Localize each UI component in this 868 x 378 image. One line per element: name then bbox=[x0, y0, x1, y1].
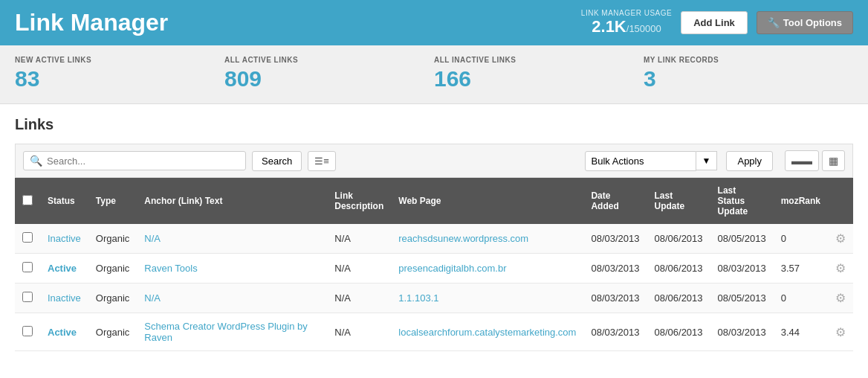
web-page-link[interactable]: localsearchforum.catalystemarketing.com bbox=[398, 327, 576, 338]
row-checkbox-cell bbox=[15, 224, 40, 254]
filter-button[interactable]: ☰≡ bbox=[308, 151, 336, 171]
list-view-icon: ▬▬ bbox=[791, 155, 812, 167]
view-icons: ▬▬ ▦ bbox=[785, 150, 845, 171]
wrench-icon: 🔧 bbox=[768, 17, 780, 28]
status-badge: Inactive bbox=[48, 233, 81, 244]
select-all-checkbox[interactable] bbox=[22, 195, 33, 205]
header: Link Manager LINK MANAGER USAGE 2.1K/150… bbox=[0, 0, 868, 45]
stat-label-my-records: MY LINK RECORDS bbox=[644, 56, 838, 64]
apply-button[interactable]: Apply bbox=[726, 151, 773, 171]
tool-options-button[interactable]: 🔧 Tool Options bbox=[757, 11, 853, 34]
row-type: Organic bbox=[88, 284, 137, 313]
row-status: Active bbox=[40, 254, 88, 284]
usage-value: 2.1K/150000 bbox=[581, 17, 672, 36]
row-web-page: 1.1.103.1 bbox=[391, 284, 583, 313]
row-checkbox[interactable] bbox=[22, 292, 33, 302]
row-checkbox[interactable] bbox=[22, 326, 33, 336]
row-last-status-update: 08/03/2013 bbox=[710, 313, 774, 351]
row-checkbox[interactable] bbox=[22, 232, 33, 243]
row-type: Organic bbox=[88, 254, 137, 284]
row-mozrank: 0 bbox=[774, 284, 828, 313]
bulk-actions-wrapper: Bulk Actions ▼ bbox=[585, 151, 718, 171]
filter-icon: ☰≡ bbox=[314, 156, 329, 167]
th-date-added: DateAdded bbox=[583, 178, 647, 224]
th-actions bbox=[828, 178, 853, 224]
row-web-page: presencadigitalbh.com.br bbox=[391, 254, 583, 284]
stat-all-inactive: ALL INACTIVE LINKS 166 bbox=[434, 56, 644, 93]
th-checkbox bbox=[15, 178, 40, 224]
row-mozrank: 3.57 bbox=[774, 254, 828, 284]
row-anchor-text: N/A bbox=[137, 224, 327, 254]
row-last-status-update: 08/05/2013 bbox=[710, 284, 774, 313]
row-web-page: localsearchforum.catalystemarketing.com bbox=[391, 313, 583, 351]
row-link-description: N/A bbox=[327, 224, 391, 254]
usage-limit: /150000 bbox=[626, 23, 661, 34]
stats-bar: NEW ACTIVE LINKS 83 ALL ACTIVE LINKS 809… bbox=[0, 45, 868, 104]
stat-value-all-active: 809 bbox=[224, 64, 419, 93]
header-actions: LINK MANAGER USAGE 2.1K/150000 Add Link … bbox=[581, 9, 853, 36]
usage-block: LINK MANAGER USAGE 2.1K/150000 bbox=[581, 9, 672, 36]
row-type: Organic bbox=[88, 224, 137, 254]
stat-value-all-inactive: 166 bbox=[434, 64, 629, 93]
stat-label-all-inactive: ALL INACTIVE LINKS bbox=[434, 56, 629, 64]
anchor-link[interactable]: Schema Creator WordPress Plugin by Raven bbox=[144, 321, 307, 343]
th-anchor-text: Anchor (Link) Text bbox=[137, 178, 327, 224]
anchor-link[interactable]: N/A bbox=[144, 233, 161, 244]
gear-icon[interactable]: ⚙ bbox=[835, 326, 846, 339]
stat-my-records: MY LINK RECORDS 3 bbox=[644, 56, 853, 93]
stat-value-my-records: 3 bbox=[644, 64, 838, 93]
gear-icon[interactable]: ⚙ bbox=[835, 292, 846, 304]
row-last-status-update: 08/03/2013 bbox=[710, 254, 774, 284]
th-last-update: LastUpdate bbox=[647, 178, 710, 224]
row-gear-cell: ⚙ bbox=[828, 224, 853, 254]
status-badge: Inactive bbox=[48, 292, 81, 304]
toolbar: 🔍 Search ☰≡ Bulk Actions ▼ Apply ▬▬ ▦ bbox=[15, 144, 853, 178]
th-web-page: Web Page bbox=[391, 178, 583, 224]
row-gear-cell: ⚙ bbox=[828, 254, 853, 284]
anchor-link[interactable]: Raven Tools bbox=[144, 263, 197, 274]
row-status: Inactive bbox=[40, 284, 88, 313]
row-last-update: 08/06/2013 bbox=[647, 224, 710, 254]
row-web-page: reachsdsunew.wordpress.com bbox=[391, 224, 583, 254]
th-type: Type bbox=[88, 178, 137, 224]
gear-icon[interactable]: ⚙ bbox=[835, 262, 846, 275]
web-page-link[interactable]: presencadigitalbh.com.br bbox=[398, 263, 506, 274]
search-input[interactable] bbox=[47, 156, 210, 167]
row-checkbox-cell bbox=[15, 254, 40, 284]
table-row: Inactive Organic N/A N/A 1.1.103.1 08/03… bbox=[15, 284, 853, 313]
list-view-button[interactable]: ▬▬ bbox=[785, 150, 819, 171]
web-page-link[interactable]: reachsdsunew.wordpress.com bbox=[398, 233, 528, 244]
row-last-update: 08/06/2013 bbox=[647, 313, 710, 351]
row-status: Inactive bbox=[40, 224, 88, 254]
anchor-link[interactable]: N/A bbox=[144, 292, 161, 304]
row-last-update: 08/06/2013 bbox=[647, 254, 710, 284]
bulk-actions-dropdown-button[interactable]: ▼ bbox=[696, 151, 718, 170]
row-gear-cell: ⚙ bbox=[828, 284, 853, 313]
web-page-link[interactable]: 1.1.103.1 bbox=[398, 292, 438, 304]
search-button[interactable]: Search bbox=[252, 151, 302, 171]
table-row: Active Organic Raven Tools N/A presencad… bbox=[15, 254, 853, 284]
row-link-description: N/A bbox=[327, 254, 391, 284]
bulk-actions-select[interactable]: Bulk Actions bbox=[585, 151, 696, 171]
gear-icon[interactable]: ⚙ bbox=[835, 232, 846, 245]
stat-all-active: ALL ACTIVE LINKS 809 bbox=[224, 56, 434, 93]
row-date-added: 08/03/2013 bbox=[583, 313, 647, 351]
stat-label-all-active: ALL ACTIVE LINKS bbox=[224, 56, 419, 64]
add-link-button[interactable]: Add Link bbox=[681, 11, 748, 34]
search-icon: 🔍 bbox=[30, 155, 42, 167]
th-last-status-update: LastStatusUpdate bbox=[710, 178, 774, 224]
row-date-added: 08/03/2013 bbox=[583, 254, 647, 284]
search-wrapper: 🔍 bbox=[23, 151, 246, 170]
grid-view-button[interactable]: ▦ bbox=[822, 150, 845, 171]
row-mozrank: 3.44 bbox=[774, 313, 828, 351]
row-last-status-update: 08/05/2013 bbox=[710, 224, 774, 254]
th-mozrank: mozRank bbox=[774, 178, 828, 224]
row-link-description: N/A bbox=[327, 313, 391, 351]
row-checkbox-cell bbox=[15, 284, 40, 313]
th-link-description: LinkDescription bbox=[327, 178, 391, 224]
row-checkbox[interactable] bbox=[22, 262, 33, 272]
row-last-update: 08/06/2013 bbox=[647, 284, 710, 313]
tool-options-label: Tool Options bbox=[783, 17, 842, 28]
th-status: Status bbox=[40, 178, 88, 224]
row-date-added: 08/03/2013 bbox=[583, 224, 647, 254]
